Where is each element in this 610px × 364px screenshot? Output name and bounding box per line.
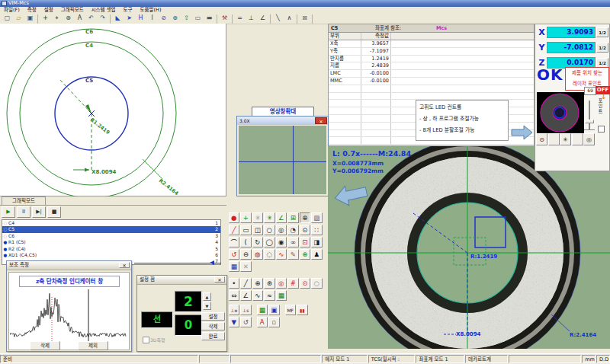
illumination-button[interactable] <box>572 133 583 145</box>
feature-row[interactable]: ●XD1 (C4,C5)6 <box>2 252 220 258</box>
tool-icon[interactable]: ▦ <box>229 261 240 273</box>
half-button[interactable]: 1/2 <box>596 27 608 37</box>
tool-icon[interactable]: ↺ <box>229 249 240 260</box>
tool-icon[interactable]: ╱ <box>240 278 252 289</box>
half-button[interactable]: 1/2 <box>596 58 608 68</box>
toolbar-button[interactable]: ∠ <box>258 14 268 24</box>
tool-icon[interactable]: ◨ <box>311 237 323 248</box>
illumination-button[interactable]: ✳ <box>560 133 571 145</box>
illumination-button[interactable] <box>548 133 560 145</box>
tool-icon[interactable]: ⊡ <box>300 237 311 248</box>
toolbar-button[interactable]: + <box>40 14 51 24</box>
tool-icon[interactable]: ⊥s <box>240 305 252 316</box>
tool-icon[interactable]: + <box>240 212 252 224</box>
tool-icon[interactable]: ✳ <box>252 212 264 224</box>
tool-icon[interactable]: ⊞ <box>287 212 299 224</box>
toolbar-button[interactable]: ▭ <box>193 14 204 24</box>
tool-icon[interactable]: ♟ <box>311 249 323 260</box>
toolbar-button[interactable]: ▬ <box>204 14 215 24</box>
tool-icon[interactable]: ▭ <box>240 225 252 236</box>
tool-icon[interactable]: # <box>287 278 299 289</box>
toolbar-button[interactable]: ⇧ <box>181 14 192 24</box>
menu-item-4[interactable]: 시스템 셋업 <box>88 7 120 14</box>
playback-button[interactable]: ▶ <box>2 206 15 218</box>
zoom-live-view[interactable] <box>239 126 326 194</box>
camera-view[interactable]: L: 0.7x------M:24.84 X=0.008773mm Y=0.00… <box>328 146 610 349</box>
tool-icon[interactable]: ⌒ <box>229 237 240 248</box>
toolbar-button[interactable]: ⊘ <box>159 14 169 24</box>
toolbar-button[interactable]: ╲ <box>273 14 284 24</box>
tool-icon[interactable]: ▮▮ <box>297 305 308 316</box>
tool-icon[interactable]: ≈ <box>264 290 275 302</box>
toolbar-button[interactable]: ⊛ <box>63 14 74 24</box>
menu-item-2[interactable]: 설정 <box>40 7 57 14</box>
tool-icon[interactable]: ✕ <box>240 261 252 273</box>
tool-icon[interactable]: ◌ <box>264 249 275 260</box>
tool-icon[interactable]: ⊕ <box>252 278 264 289</box>
tool-icon[interactable]: ○ <box>264 225 275 236</box>
set-button[interactable]: 설정 <box>201 312 225 321</box>
toolbar-button[interactable]: ▱ <box>14 14 24 24</box>
tool-icon[interactable]: ⊕ <box>300 212 311 224</box>
tool-icon[interactable]: ∷ <box>311 225 323 236</box>
menu-item-6[interactable]: 도움말(H) <box>136 7 165 14</box>
illumination-button[interactable]: ⊙ <box>536 133 547 145</box>
toolbar-button[interactable]: ◣ <box>113 14 124 24</box>
close-icon[interactable]: ✕ <box>315 117 327 124</box>
toolbar-button[interactable]: A <box>75 14 85 24</box>
toolbar-button[interactable]: ⚒ <box>220 14 230 24</box>
feature-row[interactable]: ◌C41 <box>2 220 220 226</box>
tool-icon[interactable]: ⊙ <box>300 225 311 236</box>
delete-button[interactable]: 삭제 <box>201 322 225 330</box>
settings-window-titlebar[interactable]: 설정 점 ✕ <box>137 276 226 285</box>
menu-item-3[interactable]: 그래픽모드 <box>57 7 88 14</box>
tool-icon[interactable]: MF <box>285 305 297 316</box>
brightness-slider-track[interactable] <box>589 101 590 129</box>
feature-row[interactable]: ●R2 (C4)5 <box>2 246 220 252</box>
toolbar-button[interactable]: ⌖ <box>52 14 63 24</box>
toolbar-button[interactable]: = <box>235 14 246 24</box>
cad-view[interactable]: C6 C4 C5 R1.2419 X8.0094 R2.4164 <box>0 24 226 196</box>
close-icon[interactable]: ✕ <box>214 276 225 283</box>
toolbar-button[interactable]: ⊠ <box>300 14 310 24</box>
close-icon[interactable]: ✕ <box>119 262 130 268</box>
tool-icon[interactable]: ● <box>229 212 240 224</box>
tool-icon[interactable]: ▦ <box>257 305 268 316</box>
tool-icon[interactable]: ○ <box>311 278 323 289</box>
feature-row[interactable]: ○C52 <box>2 226 220 232</box>
tool-icon[interactable]: ▦ <box>276 290 287 302</box>
playback-button[interactable]: II <box>17 206 30 218</box>
spinner-down[interactable]: ▼ <box>203 302 211 310</box>
tool-icon[interactable]: ⊖ <box>240 249 252 260</box>
playback-button[interactable]: ■ <box>47 206 61 218</box>
tool-icon[interactable]: ◎ <box>276 225 287 236</box>
toolbar-button[interactable]: ∧ <box>284 14 295 24</box>
tool-icon[interactable]: ( <box>240 237 252 248</box>
aux-window-titlebar[interactable]: 보조 측정 ✕ <box>7 261 131 270</box>
tool-icon[interactable]: A <box>257 317 268 328</box>
tool-icon[interactable]: ⊕ <box>300 249 311 260</box>
tool-icon[interactable]: ◎ <box>276 278 287 289</box>
tool-icon[interactable]: ↻ <box>252 237 264 248</box>
tool-icon[interactable]: ∠ <box>240 290 252 302</box>
3d-measure-checkbox[interactable] <box>143 337 149 343</box>
tool-icon[interactable]: ◍ <box>252 249 264 260</box>
toolbar-button[interactable]: I <box>147 14 158 24</box>
tool-icon[interactable]: ∿ <box>276 249 287 260</box>
zoom-window-titlebar[interactable]: 3.0X ✕ <box>237 117 328 125</box>
tool-icon[interactable]: ∠ <box>276 212 287 224</box>
delete-button[interactable]: 삭제 <box>30 341 60 350</box>
tool-icon[interactable]: ∿ <box>252 290 264 302</box>
point-checkbox[interactable] <box>598 126 605 133</box>
tool-icon[interactable]: ⊙ <box>300 278 311 289</box>
tool-icon[interactable]: ◫ <box>252 225 264 236</box>
menu-item-1[interactable]: 측정 <box>24 7 40 14</box>
playback-button[interactable]: ▶| <box>32 206 46 218</box>
toolbar-button[interactable]: H <box>136 14 146 24</box>
toolbar-button[interactable]: ⊥ <box>246 14 257 24</box>
tool-icon[interactable]: ⊛ <box>264 278 275 289</box>
brightness-slider-thumb[interactable] <box>585 120 594 123</box>
toolbar-button[interactable]: ↷ <box>98 14 108 24</box>
done-button[interactable]: 완료 <box>201 332 225 340</box>
toolbar-button[interactable]: ⊕ <box>170 14 181 24</box>
